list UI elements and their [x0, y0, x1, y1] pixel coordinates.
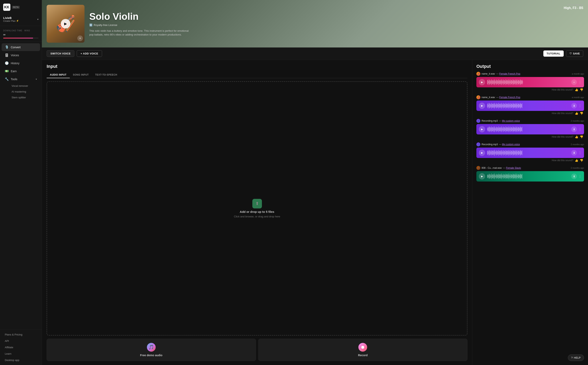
- waveform-visual-3: [487, 126, 569, 133]
- workspace: Input AUDIO INPUT SONG INPUT TEXT-TO-SPE…: [42, 60, 588, 365]
- play-button-1[interactable]: ▶: [479, 79, 485, 85]
- output-item-3: 🎵 Recording.mp3 — My custom voice 2 mont…: [476, 119, 584, 139]
- save-button[interactable]: ♡ SAVE: [566, 50, 583, 57]
- more-options-button-3[interactable]: ⋮: [578, 127, 582, 131]
- add-button-1[interactable]: +: [571, 79, 577, 85]
- help-button[interactable]: ? HELP: [568, 354, 584, 361]
- thumbs-up-button-3[interactable]: 👍: [575, 135, 578, 138]
- voice-link-5[interactable]: Female Slavic: [506, 167, 521, 169]
- nav-item-convert[interactable]: 🎙️ Convert: [2, 43, 40, 51]
- nav-item-tools[interactable]: 🔧 Tools ▾: [2, 75, 40, 83]
- drop-title: Add or drop up to 5 files: [240, 210, 274, 213]
- nav-item-vocal-remover[interactable]: Vocal remover: [9, 83, 42, 89]
- more-options-button-2[interactable]: ⋮: [578, 104, 582, 108]
- download-button-2[interactable]: ⬇: [571, 103, 577, 108]
- nav-label-voices: Voices: [11, 54, 19, 57]
- waveform-2: ▶ ⬇ ⋮: [476, 100, 584, 111]
- output-time-1: a month ago: [572, 73, 584, 75]
- waveform-4: ▶ ⬇ ⋮: [476, 147, 584, 158]
- waveform-actions-3: ⬇ ⋮: [571, 126, 582, 132]
- feedback-row-3: How did this sound? 👍 👎: [476, 135, 584, 138]
- toolbar: SWITCH VOICE + ADD VOICE TUTORIAL ♡ SAVE: [42, 48, 588, 60]
- add-voice-button[interactable]: + ADD VOICE: [77, 50, 102, 57]
- tab-text-to-speech[interactable]: TEXT-TO-SPEECH: [92, 72, 120, 78]
- thumbs-down-button-2[interactable]: 👎: [580, 112, 583, 115]
- play-button-3[interactable]: ▶: [479, 126, 485, 133]
- tiktok-music-icon: 🎵: [147, 343, 156, 352]
- hero-add-button[interactable]: +: [77, 35, 83, 41]
- avatar-4: 🎵: [476, 142, 480, 146]
- waveform-1: ▶ + ⋮: [476, 77, 584, 87]
- waveform-actions-4: ⬇ ⋮: [571, 150, 582, 155]
- nav-item-stem-splitter[interactable]: Stem splitter: [9, 95, 42, 100]
- output-meta-5: 🎵 808 - Cu...roat.wav — Female Slavic 2 …: [476, 166, 584, 170]
- voice-link-2[interactable]: Female French Pop: [499, 96, 520, 99]
- play-button-2[interactable]: ▶: [479, 103, 485, 109]
- output-filename-2: name_it.wav: [482, 96, 495, 99]
- output-voice-5: — Female Slavic: [503, 167, 521, 169]
- more-options-button-1[interactable]: ⋮: [578, 80, 582, 84]
- voice-link-4[interactable]: My custom voice: [502, 143, 520, 146]
- tab-audio-input[interactable]: AUDIO INPUT: [47, 72, 70, 78]
- play-button-5[interactable]: ▶: [479, 173, 485, 180]
- hero-pitch-range: PITCH RANGE High, F3 - B5: [564, 4, 583, 10]
- nav-item-plans[interactable]: Plans & Pricing: [2, 331, 40, 338]
- voice-link-1[interactable]: Female French Pop: [499, 72, 520, 75]
- avatar-3: 🎵: [476, 119, 480, 123]
- output-meta-4: 🎵 Recording.mp3 — My custom voice 2 mont…: [476, 142, 584, 146]
- download-button-3[interactable]: ⬇: [571, 126, 577, 132]
- output-voice-3: — My custom voice: [499, 119, 520, 122]
- output-item-5: 🎵 808 - Cu...roat.wav — Female Slavic 2 …: [476, 166, 584, 182]
- file-drop-zone[interactable]: ⬆ Add or drop up to 5 files Click and br…: [47, 81, 467, 336]
- thumbs-down-button-4[interactable]: 👎: [580, 159, 583, 162]
- nav-item-api[interactable]: API: [2, 338, 40, 344]
- logo-area: KK BETA: [0, 0, 42, 14]
- user-menu[interactable]: LivieB Creator Plan ⚡ ▾: [0, 14, 42, 24]
- output-item: 🎵 name_it.wav — Female French Pop a mont…: [476, 72, 584, 92]
- output-meta-2: 🎵 name_it.wav — Female French Pop a mont…: [476, 95, 584, 99]
- output-title: Output: [476, 64, 584, 69]
- nav-item-learn[interactable]: Learn: [2, 351, 40, 357]
- hero-play-button[interactable]: ▶: [61, 19, 70, 28]
- waveform-visual-1: [487, 79, 569, 85]
- free-demo-audio-option[interactable]: 🎵 Free demo audio: [47, 339, 256, 361]
- download-button-4[interactable]: ⬇: [571, 150, 577, 155]
- logo-icon: KK: [3, 4, 10, 11]
- waveform-visual-2: [487, 103, 569, 109]
- nav-item-voices[interactable]: 🎚️ Voices: [2, 51, 40, 59]
- progress-bar: [3, 38, 39, 38]
- more-options-button-4[interactable]: ⋮: [578, 151, 582, 155]
- nav-item-history[interactable]: 🕐 History: [2, 59, 40, 67]
- tab-song-input[interactable]: SONG INPUT: [70, 72, 92, 78]
- nav-item-affiliate[interactable]: Affiliate: [2, 344, 40, 351]
- waveform-visual-4: [487, 150, 569, 156]
- help-icon: ?: [571, 356, 573, 359]
- record-option[interactable]: ⏺ Record: [258, 339, 468, 361]
- avatar-2: 🎵: [476, 95, 480, 99]
- progress-bar-fill: [3, 38, 33, 38]
- history-icon: 🕐: [5, 61, 9, 65]
- more-options-button-5[interactable]: ⋮: [578, 175, 582, 178]
- feedback-row-1: How did this sound? 👍 👎: [476, 88, 584, 91]
- output-item-4: 🎵 Recording.mp3 — My custom voice 2 mont…: [476, 142, 584, 163]
- thumbs-up-button-1[interactable]: 👍: [575, 88, 578, 91]
- nav-item-desktop[interactable]: Desktop app: [2, 357, 40, 363]
- nav-item-earn[interactable]: 💵 Earn: [2, 67, 40, 75]
- download-button-5[interactable]: ⬇: [571, 174, 577, 179]
- feedback-row-2: How did this sound? 👍 👎: [476, 112, 584, 115]
- record-label: Record: [358, 354, 368, 357]
- thumbs-down-button-1[interactable]: 👎: [580, 88, 583, 91]
- nav-item-ai-mastering[interactable]: AI mastering: [9, 89, 42, 94]
- play-button-4[interactable]: ▶: [479, 150, 485, 156]
- thumbs-down-button-3[interactable]: 👎: [580, 135, 583, 138]
- sidebar: KK BETA LivieB Creator Plan ⚡ ▾ DOWNLOAD…: [0, 0, 42, 365]
- output-time-3: 2 months ago: [571, 120, 584, 122]
- tutorial-button[interactable]: TUTORIAL: [543, 50, 563, 57]
- thumbs-up-button-4[interactable]: 👍: [575, 159, 578, 162]
- switch-voice-button[interactable]: SWITCH VOICE: [47, 50, 74, 57]
- hero-banner: ▶ + Solo Violin ℹ️ Royalty-free License …: [42, 0, 588, 48]
- output-filename-3: Recording.mp3: [482, 119, 498, 122]
- voice-link-3[interactable]: My custom voice: [502, 119, 520, 122]
- thumbs-up-button-2[interactable]: 👍: [575, 112, 578, 115]
- infinity-icon: ∞: [3, 33, 5, 36]
